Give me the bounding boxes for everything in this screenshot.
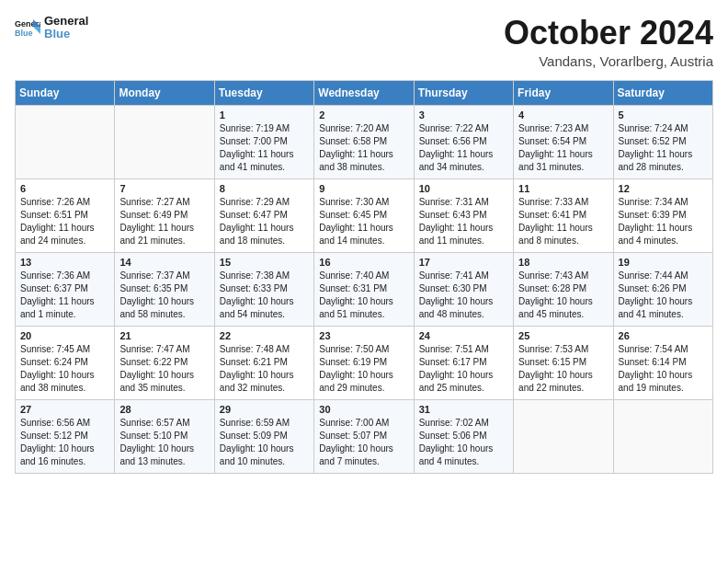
- calendar-cell: 1Sunrise: 7:19 AM Sunset: 7:00 PM Daylig…: [214, 105, 313, 178]
- day-number: 21: [119, 330, 209, 341]
- day-number: 24: [419, 330, 508, 341]
- logo-blue: Blue: [44, 28, 88, 40]
- calendar-cell: [514, 399, 613, 473]
- day-number: 30: [319, 404, 408, 415]
- day-number: 8: [220, 183, 309, 194]
- day-info: Sunrise: 7:40 AM Sunset: 6:31 PM Dayligh…: [319, 270, 408, 321]
- logo-icon: General Blue: [15, 17, 40, 38]
- day-info: Sunrise: 7:33 AM Sunset: 6:41 PM Dayligh…: [518, 196, 608, 247]
- day-info: Sunrise: 6:59 AM Sunset: 5:09 PM Dayligh…: [220, 417, 309, 468]
- calendar-cell: 15Sunrise: 7:38 AM Sunset: 6:33 PM Dayli…: [214, 252, 313, 326]
- day-number: 26: [619, 330, 708, 341]
- week-row-1: 1Sunrise: 7:19 AM Sunset: 7:00 PM Daylig…: [16, 105, 713, 178]
- day-info: Sunrise: 7:29 AM Sunset: 6:47 PM Dayligh…: [220, 196, 309, 247]
- week-row-3: 13Sunrise: 7:36 AM Sunset: 6:37 PM Dayli…: [16, 252, 713, 326]
- day-info: Sunrise: 7:43 AM Sunset: 6:28 PM Dayligh…: [518, 270, 608, 321]
- week-row-2: 6Sunrise: 7:26 AM Sunset: 6:51 PM Daylig…: [16, 178, 713, 252]
- calendar-cell: 11Sunrise: 7:33 AM Sunset: 6:41 PM Dayli…: [514, 178, 613, 252]
- weekday-header-sunday: Sunday: [16, 80, 115, 105]
- day-info: Sunrise: 6:57 AM Sunset: 5:10 PM Dayligh…: [119, 417, 209, 468]
- day-info: Sunrise: 7:26 AM Sunset: 6:51 PM Dayligh…: [20, 196, 109, 247]
- weekday-header-tuesday: Tuesday: [214, 80, 313, 105]
- day-number: 7: [119, 183, 209, 194]
- day-number: 20: [20, 330, 109, 341]
- calendar-cell: 10Sunrise: 7:31 AM Sunset: 6:43 PM Dayli…: [414, 178, 513, 252]
- calendar-cell: 18Sunrise: 7:43 AM Sunset: 6:28 PM Dayli…: [514, 252, 613, 326]
- calendar-cell: 8Sunrise: 7:29 AM Sunset: 6:47 PM Daylig…: [214, 178, 313, 252]
- day-number: 25: [518, 330, 608, 341]
- day-number: 15: [220, 257, 309, 268]
- calendar-cell: 25Sunrise: 7:53 AM Sunset: 6:15 PM Dayli…: [514, 326, 613, 399]
- day-info: Sunrise: 7:31 AM Sunset: 6:43 PM Dayligh…: [419, 196, 508, 247]
- calendar-cell: 29Sunrise: 6:59 AM Sunset: 5:09 PM Dayli…: [214, 399, 313, 473]
- day-number: 17: [419, 257, 508, 268]
- day-number: 2: [319, 109, 408, 121]
- week-row-4: 20Sunrise: 7:45 AM Sunset: 6:24 PM Dayli…: [16, 326, 713, 399]
- day-number: 28: [119, 404, 209, 415]
- calendar-cell: 31Sunrise: 7:02 AM Sunset: 5:06 PM Dayli…: [414, 399, 513, 473]
- calendar-cell: 28Sunrise: 6:57 AM Sunset: 5:10 PM Dayli…: [115, 399, 214, 473]
- day-info: Sunrise: 7:47 AM Sunset: 6:22 PM Dayligh…: [119, 343, 209, 395]
- day-number: 9: [319, 183, 408, 194]
- day-number: 22: [220, 330, 309, 341]
- page-header: General Blue General Blue October 2024 V…: [15, 15, 713, 69]
- day-info: Sunrise: 7:27 AM Sunset: 6:49 PM Dayligh…: [119, 196, 209, 247]
- weekday-header-thursday: Thursday: [414, 80, 513, 105]
- day-info: Sunrise: 6:56 AM Sunset: 5:12 PM Dayligh…: [20, 417, 109, 468]
- day-info: Sunrise: 7:51 AM Sunset: 6:17 PM Dayligh…: [419, 343, 508, 395]
- day-info: Sunrise: 7:50 AM Sunset: 6:19 PM Dayligh…: [319, 343, 408, 395]
- calendar-cell: 19Sunrise: 7:44 AM Sunset: 6:26 PM Dayli…: [613, 252, 712, 326]
- day-info: Sunrise: 7:20 AM Sunset: 6:58 PM Dayligh…: [319, 122, 408, 174]
- day-info: Sunrise: 7:41 AM Sunset: 6:30 PM Dayligh…: [419, 270, 508, 321]
- day-number: 4: [518, 109, 608, 121]
- calendar-cell: 27Sunrise: 6:56 AM Sunset: 5:12 PM Dayli…: [16, 399, 115, 473]
- day-number: 31: [419, 404, 508, 415]
- day-info: Sunrise: 7:37 AM Sunset: 6:35 PM Dayligh…: [119, 270, 209, 321]
- day-number: 19: [619, 257, 708, 268]
- day-info: Sunrise: 7:48 AM Sunset: 6:21 PM Dayligh…: [220, 343, 309, 395]
- calendar-cell: 21Sunrise: 7:47 AM Sunset: 6:22 PM Dayli…: [115, 326, 214, 399]
- calendar-cell: [613, 399, 712, 473]
- calendar-cell: 12Sunrise: 7:34 AM Sunset: 6:39 PM Dayli…: [613, 178, 712, 252]
- title-block: October 2024 Vandans, Vorarlberg, Austri…: [504, 15, 713, 69]
- logo-general: General: [44, 15, 88, 28]
- weekday-header-wednesday: Wednesday: [314, 80, 414, 105]
- calendar-cell: 3Sunrise: 7:22 AM Sunset: 6:56 PM Daylig…: [414, 105, 513, 178]
- day-number: 29: [220, 404, 309, 415]
- day-number: 16: [319, 257, 408, 268]
- day-info: Sunrise: 7:45 AM Sunset: 6:24 PM Dayligh…: [20, 343, 109, 395]
- weekday-header-row: SundayMondayTuesdayWednesdayThursdayFrid…: [16, 80, 713, 105]
- weekday-header-friday: Friday: [514, 80, 613, 105]
- day-number: 1: [220, 109, 309, 121]
- calendar-cell: 2Sunrise: 7:20 AM Sunset: 6:58 PM Daylig…: [314, 105, 414, 178]
- calendar-table: SundayMondayTuesdayWednesdayThursdayFrid…: [15, 80, 713, 474]
- calendar-cell: [115, 105, 214, 178]
- svg-text:Blue: Blue: [15, 29, 33, 38]
- calendar-cell: 9Sunrise: 7:30 AM Sunset: 6:45 PM Daylig…: [314, 178, 414, 252]
- weekday-header-saturday: Saturday: [613, 80, 712, 105]
- calendar-cell: 17Sunrise: 7:41 AM Sunset: 6:30 PM Dayli…: [414, 252, 513, 326]
- calendar-cell: 24Sunrise: 7:51 AM Sunset: 6:17 PM Dayli…: [414, 326, 513, 399]
- day-number: 12: [619, 183, 708, 194]
- day-number: 5: [619, 109, 708, 121]
- day-number: 27: [20, 404, 109, 415]
- day-number: 23: [319, 330, 408, 341]
- weekday-header-monday: Monday: [115, 80, 214, 105]
- day-info: Sunrise: 7:24 AM Sunset: 6:52 PM Dayligh…: [619, 122, 708, 174]
- calendar-cell: 13Sunrise: 7:36 AM Sunset: 6:37 PM Dayli…: [16, 252, 115, 326]
- day-info: Sunrise: 7:44 AM Sunset: 6:26 PM Dayligh…: [619, 270, 708, 321]
- day-info: Sunrise: 7:19 AM Sunset: 7:00 PM Dayligh…: [220, 122, 309, 174]
- calendar-cell: 5Sunrise: 7:24 AM Sunset: 6:52 PM Daylig…: [613, 105, 712, 178]
- calendar-cell: 22Sunrise: 7:48 AM Sunset: 6:21 PM Dayli…: [214, 326, 313, 399]
- month-title: October 2024: [504, 15, 713, 52]
- week-row-5: 27Sunrise: 6:56 AM Sunset: 5:12 PM Dayli…: [16, 399, 713, 473]
- day-info: Sunrise: 7:22 AM Sunset: 6:56 PM Dayligh…: [419, 122, 508, 174]
- calendar-cell: 16Sunrise: 7:40 AM Sunset: 6:31 PM Dayli…: [314, 252, 414, 326]
- svg-marker-3: [33, 27, 40, 34]
- calendar-cell: 7Sunrise: 7:27 AM Sunset: 6:49 PM Daylig…: [115, 178, 214, 252]
- calendar-cell: 6Sunrise: 7:26 AM Sunset: 6:51 PM Daylig…: [16, 178, 115, 252]
- location: Vandans, Vorarlberg, Austria: [504, 53, 713, 69]
- calendar-cell: 30Sunrise: 7:00 AM Sunset: 5:07 PM Dayli…: [314, 399, 414, 473]
- day-number: 14: [119, 257, 209, 268]
- day-info: Sunrise: 7:00 AM Sunset: 5:07 PM Dayligh…: [319, 417, 408, 468]
